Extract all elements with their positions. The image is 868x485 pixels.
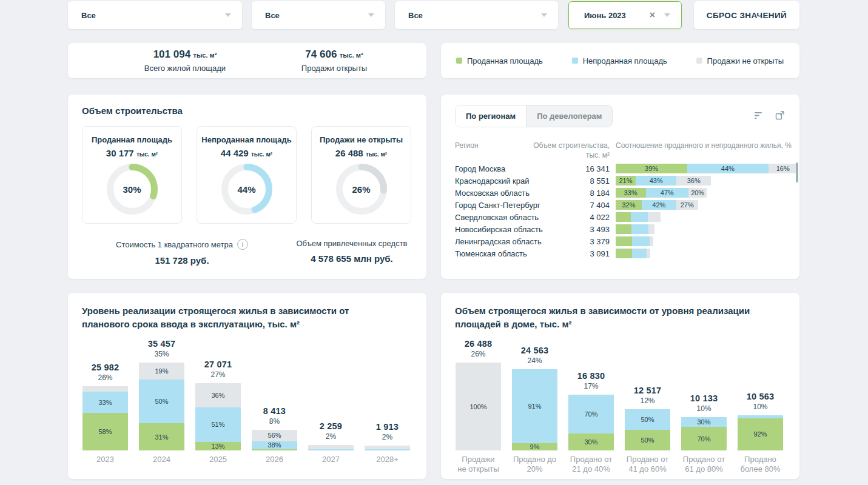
bar-segment-green: 50% (625, 430, 670, 450)
bar-segment-blue: 30% (681, 417, 727, 427)
info-icon[interactable]: i (237, 239, 248, 250)
bar-share-label: 8% (269, 417, 280, 426)
bar-total-label: 10 563 (747, 392, 775, 401)
bar-share-label: 10% (753, 403, 767, 411)
clear-icon[interactable]: × (650, 10, 655, 20)
donut-percent-label: 44% (221, 164, 272, 215)
bar-total-label: 16 830 (577, 371, 605, 381)
region-row: Тюменская область3 091 (455, 247, 798, 259)
bar-group: 27 07127%36%51%13%2025 (190, 336, 246, 464)
bar-segment-green: 33% (616, 188, 646, 198)
region-row: Город Москва16 34139%44%16% (455, 162, 798, 175)
bar-area: 8 4138%56%38% (246, 336, 303, 450)
stat-label: Продажи открыты (258, 64, 410, 73)
bar-segment-green (616, 236, 632, 246)
bar-category-label: 2024 (153, 455, 170, 464)
raised-funds: Объем привлеченных средств 4 578 655 млн… (282, 239, 422, 266)
stacked-bar: 50%50% (625, 409, 670, 451)
region-row: Новосибирская область3 493 (455, 223, 798, 235)
region-bar (616, 236, 798, 246)
bar-segment-green: 31% (139, 423, 184, 450)
bar-segment-gray (308, 445, 354, 449)
region-bar: 39%44%16% (616, 164, 798, 173)
stacked-bar: 33%58% (82, 386, 128, 450)
bar-category-label: Проданоболее 80% (740, 455, 780, 475)
bar-segment-gray (648, 212, 661, 222)
blue-swatch-icon (572, 58, 578, 64)
raised-funds-value: 4 578 655 млн руб. (282, 253, 422, 264)
gray-swatch-icon (696, 58, 702, 64)
bar-total-label: 1 913 (376, 422, 399, 432)
bar-area: 27 07127%36%51%13% (190, 336, 246, 450)
filter-dropdown-1-value: Все (81, 11, 96, 20)
tab-by-developers[interactable]: По девелоперам (527, 105, 612, 127)
donut-card-title: Проданная площадь (82, 135, 181, 144)
region-name: Город Москва (455, 164, 546, 173)
bar-category-label: 2028+ (376, 455, 399, 464)
bar-total-label: 26 488 (465, 339, 493, 349)
region-bar (616, 249, 798, 258)
stat-unit: тыс. м² (340, 52, 363, 59)
bar-total-label: 8 413 (263, 406, 286, 416)
regions-tab-group: По регионам По девелоперам (455, 105, 613, 127)
bar-total-label: 25 982 (92, 363, 119, 372)
bar-total-label: 10 133 (690, 393, 718, 403)
sales-open-stat: 74 606 тыс. м² Продажи открыты (258, 48, 410, 73)
bar-segment-gray: 16% (769, 164, 798, 173)
bar-category-label: 2026 (266, 455, 283, 464)
filter-dropdown-1[interactable]: Все (68, 1, 242, 29)
bar-segment-green (616, 224, 631, 234)
region-name: Тюменская область (455, 249, 546, 258)
bar-category-label: 2023 (96, 455, 114, 464)
donut-card: Проданная площадь30 177 тыс. м²30% (82, 126, 182, 224)
donut-chart: 30% (107, 164, 158, 215)
bar-segment-green: 9% (512, 443, 557, 450)
reset-filters-button[interactable]: СБРОС ЗНАЧЕНИЙ (694, 1, 799, 29)
donut-card-unit: тыс. м² (366, 151, 387, 158)
bar-segment-gray: 27% (676, 200, 698, 210)
bar-category-label: Продано от61 до 80% (683, 455, 725, 475)
bar-share-label: 24% (527, 356, 542, 365)
region-volume: 7 404 (546, 201, 610, 210)
bar-segment-blue: 50% (625, 409, 670, 430)
filter-dropdown-3-value: Все (408, 11, 423, 20)
stacked-bar: 19%50%31% (139, 363, 184, 450)
sort-icon[interactable] (755, 112, 764, 119)
regions-table-body: Город Москва16 34139%44%16%Краснодарский… (455, 162, 798, 259)
bar-category-label: Продано от41 до 60% (627, 455, 668, 475)
bar-total-label: 2 259 (320, 421, 342, 431)
region-bar (616, 212, 798, 222)
legend: Проданная площадьНепроданная площадьПрод… (441, 43, 799, 78)
expand-icon[interactable] (775, 110, 785, 120)
bar-share-label: 26% (98, 373, 112, 382)
chevron-down-icon (541, 13, 547, 17)
donut-card: Продажи не открыты26 488 тыс. м²26% (311, 126, 411, 224)
bar-group: 10 13310%30%70%Продано от61 до 80% (676, 336, 732, 475)
stacked-bar: 33%47%20% (616, 188, 707, 198)
bar-segment-blue: 43% (636, 176, 677, 186)
stacked-bar: 91%9% (512, 369, 557, 451)
tab-by-regions[interactable]: По регионам (456, 105, 527, 127)
bar-category-label: 2025 (209, 455, 227, 464)
bar-total-label: 35 457 (148, 339, 176, 349)
region-row: Город Санкт-Петербург7 40432%42%27% (455, 199, 798, 211)
completion-year-chart-card: Уровень реализации строящегося жилья в з… (68, 293, 426, 479)
bar-share-label: 27% (210, 370, 225, 379)
donut-percent-label: 30% (107, 164, 158, 215)
filter-month-dropdown[interactable]: Июнь 2023 × (568, 1, 682, 29)
bar-segment-gray: 100% (456, 363, 501, 450)
column-region: Регион (455, 141, 479, 150)
sales-level-chart-card: Объем строящегося жилья в зависимости от… (441, 293, 799, 479)
legend-label: Непроданная площадь (583, 56, 667, 65)
filter-dropdown-2[interactable]: Все (252, 1, 385, 29)
bar-segment-green: 92% (738, 418, 783, 450)
bar-group: 1 9132%2028+ (359, 336, 415, 464)
bar-segment-blue: 33% (82, 392, 128, 413)
bar-area: 25 98226%33%58% (77, 336, 133, 450)
region-bar: 32%42%27% (616, 200, 798, 210)
region-volume: 16 341 (546, 164, 610, 173)
region-name: Новосибирская область (455, 225, 546, 234)
scrollbar-thumb[interactable] (796, 162, 798, 182)
filter-dropdown-3[interactable]: Все (395, 1, 558, 29)
bar-segment-blue: 50% (139, 380, 184, 424)
